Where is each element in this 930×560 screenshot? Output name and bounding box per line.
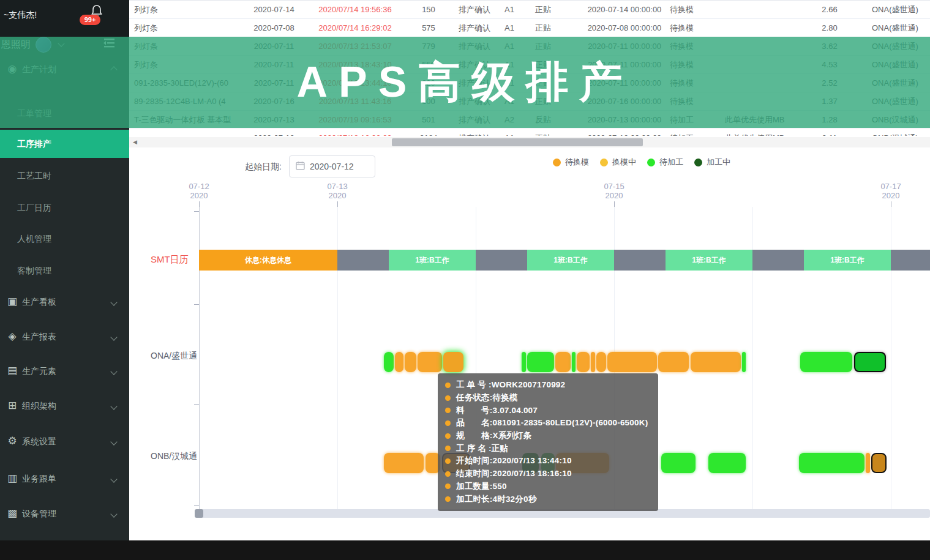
calendar-segment-work[interactable]: 1班:B工作 — [527, 250, 614, 271]
chevron-down-icon — [110, 334, 117, 340]
ona-task-bar[interactable] — [527, 352, 554, 372]
table-scrollbar-thumb[interactable] — [392, 138, 643, 146]
calendar-segment-work[interactable]: 1班:B工作 — [804, 250, 891, 271]
calendar-segment-work[interactable]: 1班:B工作 — [666, 250, 752, 271]
watermark-text: APS高级排产 — [297, 54, 634, 111]
table-cell: 待加工 — [667, 129, 722, 136]
tooltip-text: 结束时间:2020/07/13 18:16:10 — [456, 468, 572, 479]
table-row[interactable]: 2020-07-122020/07/18 16:06:202184排产确认A1正… — [129, 129, 930, 136]
calendar-segment-rest[interactable]: 休息:休息休息 — [199, 250, 337, 271]
spine-tick — [194, 304, 199, 305]
legend-dot-icon — [553, 159, 561, 166]
gantt-scrollbar-thumb[interactable] — [195, 509, 203, 518]
table-cell: 2184 — [401, 129, 456, 136]
bullet-dot-icon — [445, 383, 451, 388]
ona-task-bar[interactable] — [854, 352, 886, 372]
onb-task-bar[interactable] — [871, 453, 887, 473]
bullet-dot-icon — [445, 458, 451, 464]
axis-date-label: 07-172020 — [866, 182, 915, 200]
calendar-segment-off[interactable] — [614, 250, 666, 271]
table-row[interactable]: 列灯条2020-07-082020/07/14 16:29:02575排产确认A… — [129, 19, 930, 37]
start-date-input[interactable]: 2020-07-12 — [289, 155, 375, 177]
ona-task-bar[interactable] — [555, 352, 571, 372]
legend-item-加工中: 加工中 — [694, 157, 730, 168]
sidebar-subitem-工厂日历[interactable]: 工厂日历 — [0, 193, 129, 222]
bullet-dot-icon — [445, 446, 451, 451]
ona-task-bar[interactable] — [395, 352, 403, 372]
table-cell: 待换模 — [667, 1, 722, 18]
sidebar-item-label: 设备管理 — [22, 509, 56, 520]
table-cell: A1 — [502, 129, 533, 136]
table-horizontal-scrollbar[interactable]: ◀ — [129, 137, 930, 147]
status-legend: 待换模换模中待加工加工中 — [553, 157, 735, 168]
onb-task-bar[interactable] — [384, 453, 424, 473]
ona-task-bar[interactable] — [522, 352, 526, 372]
table-cell: 150 — [401, 1, 456, 18]
axis-date-label: 07-122020 — [174, 182, 223, 200]
ona-task-bar[interactable] — [384, 352, 394, 372]
table-cell: 2020-07-14 — [239, 1, 309, 18]
ona-task-bar[interactable] — [405, 352, 416, 372]
sidebar-item-组织架构[interactable]: ⊞组织架构 — [0, 398, 129, 415]
legend-dot-icon — [600, 159, 608, 166]
sidebar-subitem-人机管理[interactable]: 人机管理 — [0, 225, 129, 253]
ona-task-bar[interactable] — [572, 352, 576, 372]
tooltip-text: 规 格:X系列灯条 — [456, 430, 532, 441]
sidebar-item-系统设置[interactable]: ⚙系统设置 — [0, 433, 129, 450]
sidebar-item-设备管理[interactable]: ▩设备管理 — [0, 506, 129, 523]
onb-task-bar[interactable] — [799, 453, 864, 473]
legend-item-换模中: 换模中 — [600, 157, 636, 168]
legend-item-待加工: 待加工 — [647, 157, 683, 168]
ona-task-bar[interactable] — [591, 352, 595, 372]
axis-tick — [891, 201, 891, 207]
business-order-icon: ▥ — [6, 472, 19, 485]
sidebar-item-业务跟单[interactable]: ▥业务跟单 — [0, 471, 129, 488]
bullet-dot-icon — [445, 471, 451, 477]
tooltip-text: 加工数量:550 — [456, 481, 507, 492]
onb-task-bar[interactable] — [708, 453, 746, 473]
calendar-segment-off[interactable] — [476, 250, 527, 271]
sidebar-item-生产元素[interactable]: ▤生产元素 — [0, 363, 129, 380]
ona-task-bar[interactable] — [443, 352, 463, 372]
ona-task-bar[interactable] — [658, 352, 689, 372]
ona-task-bar[interactable] — [607, 352, 657, 372]
table-cell: 2.66 — [790, 1, 869, 18]
calendar-segment-work[interactable]: 1班:B工作 — [389, 250, 476, 271]
sidebar-subitem-工艺工时[interactable]: 工艺工时 — [0, 162, 129, 190]
onb-task-bar[interactable] — [866, 453, 870, 473]
table-cell: 2.80 — [790, 19, 869, 37]
tooltip-text: 开始时间:2020/07/13 13:44:10 — [456, 455, 572, 466]
legend-dot-icon — [647, 159, 655, 166]
sidebar-item-生产报表[interactable]: ◈生产报表 — [0, 329, 129, 346]
axis-date-label: 07-132020 — [313, 182, 362, 200]
ona-task-bar[interactable] — [596, 352, 606, 372]
calendar-segment-off[interactable] — [337, 250, 389, 271]
ona-task-bar[interactable] — [577, 352, 590, 372]
ona-task-bar[interactable] — [691, 352, 741, 372]
onb-task-bar[interactable] — [661, 453, 696, 473]
tooltip-line: 工 单 号 :WORK2007170992 — [445, 379, 651, 392]
table-cell: 2020/07/14 16:29:02 — [309, 19, 401, 37]
tooltip-line: 工 序 名 :正贴 — [445, 442, 651, 455]
tooltip-text: 工 序 名 :正贴 — [456, 443, 508, 454]
tooltip-line: 加工数量:550 — [445, 480, 651, 493]
sidebar-item-生产看板[interactable]: ▣生产看板 — [0, 294, 129, 311]
sidebar-subitem-客制管理[interactable]: 客制管理 — [0, 256, 129, 285]
tooltip-text: 品 名:081091-2835-80LED(12V)-(6000-6500K) — [456, 417, 648, 428]
tooltip-line: 规 格:X系列灯条 — [445, 430, 651, 442]
sidebar-subitem-工序排产[interactable]: 工序排产 — [0, 130, 129, 158]
calendar-segment-off[interactable] — [891, 250, 930, 271]
calendar-segment-off[interactable] — [752, 250, 804, 271]
ona-task-bar[interactable] — [742, 352, 746, 372]
notification-badge[interactable]: 99+ — [80, 15, 100, 25]
table-cell: 2020-07-08 00:00:00 — [582, 19, 667, 37]
scroll-left-arrow-icon[interactable]: ◀ — [133, 139, 137, 145]
ona-task-bar[interactable] — [418, 352, 442, 372]
table-row[interactable]: 列灯条2020-07-142020/07/14 19:56:36150排产确认A… — [129, 1, 930, 19]
table-cell: A1 — [502, 1, 533, 18]
dashboard-icon: ▣ — [6, 295, 19, 308]
table-cell — [722, 1, 790, 18]
ona-task-bar[interactable] — [800, 352, 852, 372]
legend-label: 加工中 — [707, 157, 730, 168]
legend-label: 换模中 — [612, 157, 636, 168]
